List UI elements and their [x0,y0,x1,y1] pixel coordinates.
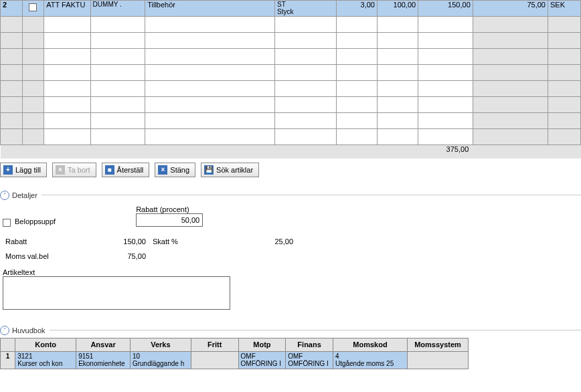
search-button-label: Sök artiklar [216,166,253,174]
details-section: ˄ Detaljer Beloppsuppf Rabatt (procent) … [0,191,581,316]
ledger-header[interactable]: ˄ Huvudbok [0,326,581,335]
col-finans[interactable]: Finans [286,338,333,351]
reset-button[interactable]: ■ Återställ [102,163,150,177]
skatt-value: 25,00 [233,237,300,246]
col-momssystem[interactable]: Momssystem [408,338,469,351]
col-momskod[interactable]: Momskod [333,338,407,351]
ledger-title: Huvudbok [12,326,46,334]
rabatt-procent-input[interactable] [136,213,203,227]
col-motp[interactable]: Motp [238,338,286,351]
ledger-cell-motp[interactable]: OMFOMFÖRING I [238,351,286,369]
chevron-up-icon[interactable]: ˄ [0,326,9,335]
rabatt-label: Rabatt [5,237,86,246]
cell-qty[interactable]: 3,00 [336,1,377,17]
artikeltext-input[interactable] [3,276,230,310]
reset-button-label: Återställ [117,166,144,174]
divider [50,330,581,330]
ledger-section: ˄ Huvudbok Konto Ansvar Verks Fritt Motp… [0,326,581,369]
ledger-cell-finans[interactable]: OMFOMFÖRING I [286,351,333,369]
disk-icon: 💾 [204,165,214,175]
ledger-header-row: Konto Ansvar Verks Fritt Motp Finans Mom… [1,338,469,351]
close-icon: × [158,165,167,175]
details-header[interactable]: ˄ Detaljer [0,191,581,200]
cell-price[interactable]: 100,00 [377,1,418,17]
ledger-cell-verks[interactable]: 10Grundläggande h [130,351,191,369]
toolbar: + Lägg till × Ta bort ■ Återställ × Stän… [0,159,581,181]
items-grid[interactable]: 2 ATT FAKTU DUMMY . Tillbehör STStyck 3,… [0,0,581,159]
cell-unit[interactable]: STStyck [275,1,337,17]
cell-type[interactable]: ATT FAKTU [44,1,90,17]
divider [42,195,581,195]
cell-desc[interactable]: Tillbehör [145,1,275,17]
col-fritt[interactable]: Fritt [191,338,238,351]
rabatt-value: 150,00 [86,237,153,246]
ledger-row-1[interactable]: 1 3121Kurser och kon 9151Ekonomienhete 1… [1,351,469,369]
col-ansvar[interactable]: Ansvar [76,338,131,351]
beloppsuppf-checkbox[interactable] [3,219,11,227]
skatt-label: Skatt % [153,237,233,246]
plus-icon: + [3,165,13,175]
row-checkbox[interactable] [29,3,37,11]
ledger-cell-momskod[interactable]: 4Utgående moms 25 [333,351,407,369]
delete-button: × Ta bort [52,163,96,177]
delete-button-label: Ta bort [68,166,90,174]
cell-amount[interactable]: 150,00 [418,1,473,17]
ledger-cell-momssystem[interactable] [408,351,469,369]
reset-icon: ■ [105,165,114,175]
items-total-row: 375,00 [1,145,581,159]
add-button[interactable]: + Lägg till [0,163,47,177]
ledger-row-index: 1 [1,351,15,369]
ledger-cell-fritt[interactable] [191,351,238,369]
close-button[interactable]: × Stäng [155,163,195,177]
x-icon: × [56,165,65,175]
ledger-cell-ansvar[interactable]: 9151Ekonomienhete [76,351,131,369]
col-konto[interactable]: Konto [15,338,76,351]
moms-value: 75,00 [86,252,153,260]
ledger-cell-konto[interactable]: 3121Kurser och kon [15,351,76,369]
moms-label: Moms val.bel [5,252,86,260]
cell-code[interactable]: DUMMY . [90,1,145,17]
chevron-up-icon[interactable]: ˄ [0,191,9,200]
cell-vat[interactable]: 75,00 [473,1,548,17]
beloppsuppf-label: Beloppsuppf [15,217,56,225]
search-articles-button[interactable]: 💾 Sök artiklar [201,163,259,177]
item-row-2[interactable]: 2 ATT FAKTU DUMMY . Tillbehör STStyck 3,… [1,1,581,17]
details-title: Detaljer [12,191,37,199]
ledger-grid[interactable]: Konto Ansvar Verks Fritt Motp Finans Mom… [0,338,469,369]
artikeltext-label: Artikeltext [3,268,578,276]
add-button-label: Lägg till [15,166,41,174]
rabatt-procent-label: Rabatt (procent) [136,205,203,213]
row-index: 2 [1,1,23,17]
close-button-label: Stäng [170,166,189,174]
cell-currency[interactable]: SEK [548,1,580,17]
col-verks[interactable]: Verks [130,338,191,351]
row-checkbox-cell[interactable] [22,1,44,17]
